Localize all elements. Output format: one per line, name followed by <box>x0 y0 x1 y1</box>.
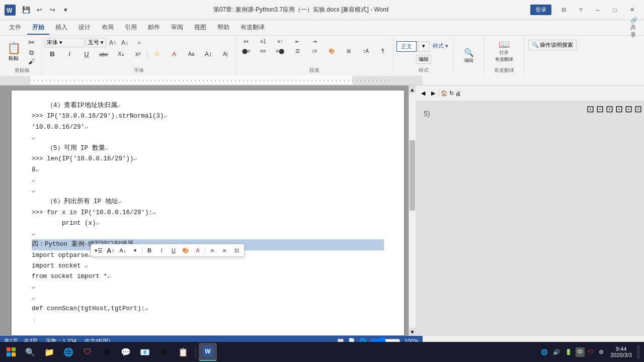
tab-mailings[interactable]: 邮件 <box>143 21 165 35</box>
app7-btn[interactable]: 📧 <box>136 343 154 361</box>
font-expand-btn[interactable]: A↕ <box>200 49 216 59</box>
shrink-font-btn[interactable]: A↓ <box>119 38 130 47</box>
tab-design[interactable]: 设计 <box>73 21 96 35</box>
line-spacing-btn[interactable]: ↕≡ <box>306 47 323 55</box>
scroll-down-btn[interactable]: ▼ <box>409 328 416 336</box>
format-painter-button[interactable]: 🖌 <box>23 57 39 66</box>
op-search-box[interactable]: 🔍操作说明搜索 <box>528 40 577 50</box>
align-center-btn[interactable]: ≡≡ <box>255 47 271 55</box>
help-btn[interactable]: ? <box>573 3 589 17</box>
taskbar-clock[interactable]: 9:44 2020/3/3 <box>607 346 635 358</box>
italic-btn[interactable]: I <box>61 49 77 59</box>
rp-print-btn[interactable]: 🖨 <box>455 90 461 97</box>
font-color-btn[interactable]: A <box>166 49 182 59</box>
fmt-underline[interactable]: U <box>168 245 179 255</box>
rp-icon-6[interactable]: ⊡ <box>634 104 642 115</box>
strikethrough-btn[interactable]: abc <box>96 50 112 58</box>
subscript-btn[interactable]: X₂ <box>113 50 129 58</box>
bullets-btn[interactable]: ≡• <box>238 38 254 45</box>
find-btn[interactable]: 🔍 编辑 <box>461 47 477 65</box>
tab-home[interactable]: 开始 <box>27 21 49 35</box>
char-shading-btn[interactable]: Aa <box>183 50 199 58</box>
font-size-selector[interactable]: 五号 ▾ <box>86 38 106 47</box>
app5-btn[interactable]: 🖥 <box>98 343 116 361</box>
rp-home-btn[interactable]: 🏠 <box>441 90 448 97</box>
increase-indent-btn[interactable]: ⇥ <box>306 38 323 45</box>
border-btn[interactable]: ⊞ <box>341 47 357 55</box>
ribbon-minimize-btn[interactable]: ⊟ <box>555 3 572 17</box>
redo-btn[interactable]: ↪ <box>46 4 58 16</box>
show-marks-btn[interactable]: ¶ <box>375 47 391 55</box>
rp-icon-3[interactable]: ⊡ <box>606 104 613 115</box>
fmt-copy-format[interactable]: ✦ <box>129 245 140 255</box>
cut-button[interactable]: ✂ <box>23 38 39 48</box>
fmt-italic[interactable]: I <box>156 245 167 255</box>
tab-references[interactable]: 引用 <box>120 21 142 35</box>
browser-btn[interactable]: 🌐 <box>59 343 77 361</box>
document-area[interactable]: （4）查看IP地址块归属↵ >>> IP('10.0.0.16/29').str… <box>0 85 416 336</box>
tab-review[interactable]: 审阅 <box>166 21 188 35</box>
doc-scrollbar[interactable]: ▲ ▼ <box>409 85 416 336</box>
paste-button[interactable]: 📋 粘贴 <box>5 41 23 63</box>
youdao-translate-btn[interactable]: 📖 打开有道翻译 <box>493 38 515 64</box>
word-taskbar-btn[interactable]: W <box>199 343 217 361</box>
align-right-btn[interactable]: ≡⬤ <box>272 47 288 55</box>
decrease-indent-btn[interactable]: ⇤ <box>289 38 305 45</box>
save-quick-btn[interactable]: 💾 <box>20 4 32 16</box>
tab-layout[interactable]: 布局 <box>97 21 119 35</box>
maximize-btn[interactable]: □ <box>607 3 623 17</box>
minimize-btn[interactable]: ─ <box>590 3 606 17</box>
share-btn[interactable]: 🔗 共享 <box>628 22 640 34</box>
rp-back-btn[interactable]: ◀ <box>419 88 428 98</box>
fmt-align-center[interactable]: ≡ <box>219 245 230 255</box>
tab-insert[interactable]: 插入 <box>50 21 72 35</box>
file-explorer-btn[interactable]: 📁 <box>40 343 58 361</box>
app8-btn[interactable]: 🖥 <box>155 343 173 361</box>
bold-btn[interactable]: B <box>44 49 60 59</box>
search-taskbar-btn[interactable]: 🔍 <box>21 343 39 361</box>
shading-btn[interactable]: 🎨 <box>324 47 340 55</box>
fmt-paragraph-settings[interactable]: ⊡ <box>231 245 242 255</box>
clear-format-btn[interactable]: ⎌ <box>131 39 147 46</box>
fmt-bold[interactable]: B <box>144 245 155 255</box>
tab-file[interactable]: 文件 <box>4 21 26 35</box>
fmt-highlight-color[interactable]: 🎨 <box>180 245 191 255</box>
tab-help[interactable]: 帮助 <box>212 21 234 35</box>
undo-btn[interactable]: ↩ <box>33 4 45 16</box>
scroll-thumb[interactable] <box>410 140 415 211</box>
rp-icon-2[interactable]: ⊡ <box>596 104 604 115</box>
rp-reload-btn[interactable]: ↻ <box>449 90 454 97</box>
tray-battery[interactable]: 🔋 <box>564 349 574 355</box>
font-spacing-btn[interactable]: A| <box>217 50 233 58</box>
rp-forward-btn[interactable]: ▶ <box>429 89 437 98</box>
font-name-selector[interactable]: 宋体 ▾ <box>44 38 85 47</box>
login-button[interactable]: 登录 <box>530 5 551 15</box>
fmt-font-size-down[interactable]: A↓ <box>117 245 128 255</box>
fmt-style-dropdown[interactable]: ▾☰ <box>93 245 104 255</box>
styles-expand-btn[interactable]: 样式 ▾ <box>431 41 450 52</box>
qa-dropdown-btn[interactable]: ▾ <box>59 4 71 16</box>
underline-btn[interactable]: U <box>78 49 95 59</box>
tray-china-input[interactable]: 中 <box>576 347 585 357</box>
wechat-btn[interactable]: 💬 <box>117 343 135 361</box>
start-button[interactable] <box>2 343 20 361</box>
grow-font-btn[interactable]: A↑ <box>107 38 118 47</box>
fmt-font-size-up[interactable]: A↑ <box>105 245 116 255</box>
edit-styles-btn[interactable]: 编辑 <box>416 55 431 64</box>
tab-view[interactable]: 视图 <box>189 21 211 35</box>
justify-btn[interactable]: ☰ <box>289 47 305 55</box>
rp-icon-5[interactable]: ⊡ <box>625 104 632 115</box>
tab-translate[interactable]: 有道翻译 <box>235 21 270 35</box>
tray-volume[interactable]: 🔊 <box>551 349 561 355</box>
multilevel-btn[interactable]: ≡↑ <box>272 38 288 45</box>
align-left-btn[interactable]: ⬤≡ <box>238 47 254 55</box>
fmt-align-left[interactable]: ≡ <box>207 245 218 255</box>
style-normal[interactable]: 正文 <box>396 41 417 52</box>
rp-icon-4[interactable]: ⊡ <box>615 104 623 115</box>
tray-network[interactable]: 🌐 <box>539 349 549 355</box>
antivirus-btn[interactable]: 🛡 <box>78 343 97 361</box>
font-color-highlight-btn[interactable]: A <box>149 49 165 59</box>
show-desktop-btn[interactable] <box>637 345 640 359</box>
scroll-track[interactable] <box>409 94 416 328</box>
numbering-btn[interactable]: ≡1 <box>255 38 271 45</box>
